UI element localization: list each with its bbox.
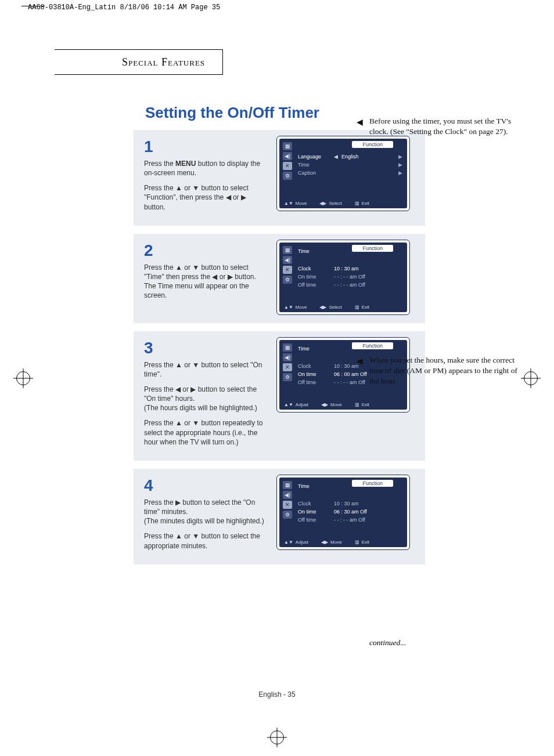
osd-item: Language <box>298 154 330 160</box>
osd-item: Clock <box>298 363 330 369</box>
osd-category-icons: ▦ ◀) ✕ ⚙ <box>283 343 293 383</box>
updown-icon: ▲▼ <box>284 402 293 407</box>
osd-title: Function <box>352 245 393 252</box>
osd-value: - - : - - am Off <box>334 274 402 280</box>
leftright-icon: ◀▶ <box>321 402 328 407</box>
osd-item: Clock <box>298 266 330 272</box>
text: Press the ▲ or ▼ button to select "On ti… <box>144 360 266 379</box>
osd-value: - - : - - am Off <box>334 282 402 288</box>
print-header: AA68-03810A-Eng_Latin 8/18/06 10:14 AM P… <box>28 3 220 12</box>
help-label: Select <box>329 201 341 206</box>
leftright-icon: ◀▶ <box>319 201 326 206</box>
menu-icon: ▥ <box>355 540 359 545</box>
step-4: 4 Press the ▶ button to select the "On t… <box>134 469 425 565</box>
updown-icon: ▲▼ <box>284 201 293 206</box>
updown-icon: ▲▼ <box>284 305 293 310</box>
osd-screenshot-2: Function ▦ ◀) ✕ ⚙ Time Clock 10 : 30 am <box>276 240 410 315</box>
function-icon: ✕ <box>283 363 292 371</box>
help-label: Move <box>330 540 342 545</box>
steps-column: 1 Press the MENU button to display the o… <box>134 130 511 565</box>
osd-item: On time <box>298 509 330 515</box>
help-label: Move <box>330 402 342 407</box>
osd-item: Off time <box>298 282 330 288</box>
help-label: Move <box>296 305 307 310</box>
help-label: Exit <box>362 540 369 545</box>
text: (The minutes digits will be highlighted.… <box>144 517 264 525</box>
text: Press the ▲ or ▼ button repeatedly to se… <box>144 418 266 447</box>
help-label: Adjust <box>296 540 308 545</box>
margin-note-2: ◀ When you set the hours, make sure the … <box>369 355 519 387</box>
left-arrow-icon: ◀ <box>334 154 338 160</box>
help-label: Adjust <box>296 402 308 407</box>
menu-icon: ▥ <box>355 201 359 206</box>
setup-icon: ⚙ <box>283 373 292 381</box>
note-text: When you set the hours, make sure the co… <box>369 356 517 385</box>
sound-icon: ◀) <box>283 491 292 499</box>
osd-category-icons: ▦ ◀) ✕ ⚙ <box>283 142 293 182</box>
menu-icon: ▥ <box>355 402 359 407</box>
left-pointer-icon: ◀ <box>357 356 363 367</box>
osd-item: Caption <box>298 170 330 176</box>
updown-icon: ▲▼ <box>284 540 293 545</box>
osd-screenshot-1: Function ▦ ◀) ✕ ⚙ Language ◀ English ▶ <box>276 136 410 211</box>
osd-value: 10 : 30 am <box>334 501 402 507</box>
text: (The hours digits will be highlighted.) <box>144 404 257 412</box>
step-1-text: 1 Press the MENU button to display the o… <box>144 136 266 218</box>
leftright-icon: ◀▶ <box>319 305 326 310</box>
picture-icon: ▦ <box>283 343 292 352</box>
step-1: 1 Press the MENU button to display the o… <box>134 130 425 226</box>
text: Press the <box>144 160 175 168</box>
osd-category-icons: ▦ ◀) ✕ ⚙ <box>283 481 293 520</box>
osd-item: On time <box>298 371 330 377</box>
function-icon: ✕ <box>283 501 292 509</box>
osd-item: Off time <box>298 517 330 523</box>
osd-title: Function <box>352 342 393 349</box>
page-footer: English - 35 <box>0 690 554 699</box>
menu-button-label: MENU <box>175 160 196 168</box>
sound-icon: ◀) <box>283 152 292 160</box>
registration-mark-icon <box>16 371 30 385</box>
leftright-icon: ◀▶ <box>321 540 328 545</box>
text: Press the ▲ or ▼ button to select "Time"… <box>144 263 266 301</box>
step-number: 1 <box>144 136 266 158</box>
step-4-text: 4 Press the ▶ button to select the "On t… <box>144 475 266 556</box>
step-number: 2 <box>144 240 266 262</box>
osd-screenshot-4: Function ▦ ◀) ✕ ⚙ Time Clock 10 : 30 am <box>276 475 410 550</box>
step-number: 3 <box>144 337 266 359</box>
sound-icon: ◀) <box>283 256 292 264</box>
help-label: Exit <box>362 201 369 206</box>
osd-item: On time <box>298 274 330 280</box>
step-number: 4 <box>144 475 266 497</box>
help-label: Exit <box>362 402 369 407</box>
osd-value: 06 : 30 am Off <box>334 509 402 515</box>
osd-value: - - : - - am Off <box>334 517 402 523</box>
text: Press the ▲ or ▼ button to select the ap… <box>144 531 266 550</box>
setup-icon: ⚙ <box>283 172 292 180</box>
step-3: 3 Press the ▲ or ▼ button to select "On … <box>134 331 425 461</box>
text: Press the ▶ button to select the "On tim… <box>144 498 255 516</box>
help-label: Select <box>329 305 341 310</box>
osd-value: English <box>341 154 395 160</box>
function-icon: ✕ <box>283 266 292 274</box>
left-pointer-icon: ◀ <box>357 117 363 128</box>
picture-icon: ▦ <box>283 481 292 489</box>
step-2-text: 2 Press the ▲ or ▼ button to select "Tim… <box>144 240 266 315</box>
step-3-text: 3 Press the ▲ or ▼ button to select "On … <box>144 337 266 453</box>
right-arrow-icon: ▶ <box>398 154 402 160</box>
osd-item: Clock <box>298 501 330 507</box>
osd-item: Off time <box>298 379 330 385</box>
sound-icon: ◀) <box>283 353 292 361</box>
step-2: 2 Press the ▲ or ▼ button to select "Tim… <box>134 234 425 323</box>
osd-title: Function <box>352 480 393 487</box>
osd-category-icons: ▦ ◀) ✕ ⚙ <box>283 246 293 285</box>
setup-icon: ⚙ <box>283 511 292 519</box>
text: Press the ▲ or ▼ button to select "Funct… <box>144 183 266 212</box>
help-label: Move <box>296 201 307 206</box>
margin-note-1: ◀ Before using the timer, you must set t… <box>369 116 519 137</box>
function-icon: ✕ <box>283 162 292 170</box>
osd-value: 10 : 30 am <box>334 266 402 272</box>
osd-item: Time <box>298 162 330 168</box>
text: Press the ◀ or ▶ button to select the "O… <box>144 385 257 403</box>
registration-mark-icon <box>270 730 284 744</box>
chapter-heading: Special Features <box>55 49 223 75</box>
